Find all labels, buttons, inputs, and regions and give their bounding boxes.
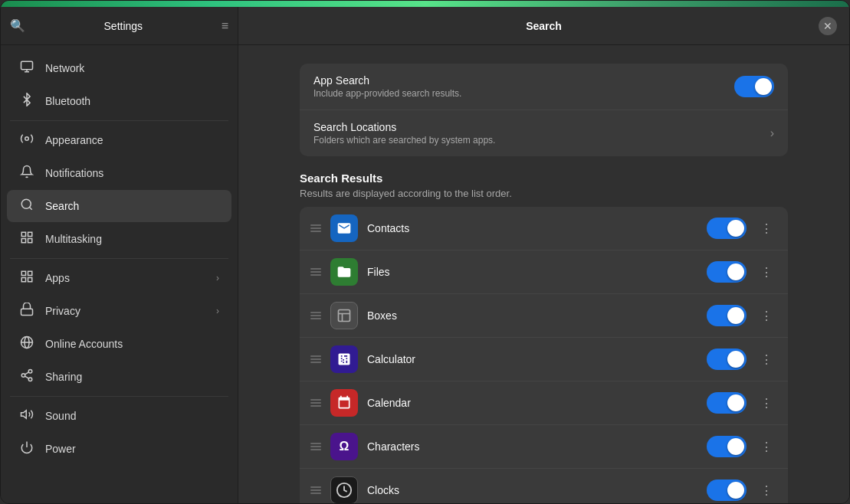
sidebar-search-icon: 🔍	[10, 18, 25, 33]
sidebar-item-label-privacy: Privacy	[45, 305, 205, 317]
online-accounts-icon	[19, 335, 34, 352]
sidebar-item-multitasking[interactable]: Multitasking	[7, 223, 231, 255]
results-list: Contacts ⋮ Files ⋮	[300, 207, 788, 503]
svg-rect-5	[21, 239, 25, 243]
clocks-label: Clocks	[367, 484, 697, 496]
main-header: Search ✕	[238, 7, 849, 45]
sidebar-item-label-notifications: Notifications	[45, 167, 219, 179]
contacts-more-button[interactable]: ⋮	[756, 218, 777, 239]
drag-handle-calculator[interactable]	[310, 355, 321, 363]
sharing-icon	[19, 368, 34, 385]
svg-point-15	[21, 374, 25, 378]
sidebar-title: Settings	[34, 20, 212, 32]
hamburger-icon[interactable]: ≡	[222, 19, 228, 33]
sidebar-item-apps[interactable]: Apps ›	[7, 262, 231, 294]
sidebar-item-label-bluetooth: Bluetooth	[45, 95, 219, 107]
app-search-desc: Include app-provided search results.	[313, 88, 724, 99]
sidebar-item-label-network: Network	[45, 62, 219, 74]
main-content: 🔍 Settings ≡ Network	[1, 7, 849, 503]
apps-icon	[19, 270, 34, 286]
sidebar-divider-3	[10, 396, 228, 397]
sidebar-item-label-sharing: Sharing	[45, 371, 219, 383]
files-app-icon	[330, 258, 358, 286]
search-locations-row[interactable]: Search Locations Folders which are searc…	[300, 110, 788, 156]
clocks-toggle[interactable]	[707, 479, 747, 501]
result-row-characters: Ω Characters ⋮	[300, 425, 788, 469]
drag-handle-files[interactable]	[310, 268, 321, 276]
sound-icon	[19, 407, 34, 424]
sidebar-divider-1	[10, 120, 228, 121]
files-more-button[interactable]: ⋮	[756, 261, 777, 283]
notifications-icon	[19, 165, 34, 182]
sidebar-item-online-accounts[interactable]: Online Accounts	[7, 328, 231, 360]
svg-point-14	[28, 370, 32, 374]
close-button[interactable]: ✕	[819, 17, 837, 35]
privacy-icon	[19, 303, 34, 319]
sidebar-item-power[interactable]: Power	[7, 433, 231, 465]
calculator-label: Calculator	[367, 353, 697, 365]
sidebar-item-privacy[interactable]: Privacy ›	[7, 295, 231, 327]
calendar-more-button[interactable]: ⋮	[756, 392, 777, 414]
contacts-label: Contacts	[367, 222, 697, 234]
sidebar-items-list: Network Bluetooth	[1, 45, 238, 503]
titlebar-gradient	[1, 1, 849, 7]
sidebar-item-sound[interactable]: Sound	[7, 400, 231, 432]
sidebar-item-bluetooth[interactable]: Bluetooth	[7, 85, 231, 117]
boxes-label: Boxes	[367, 309, 697, 322]
svg-rect-19	[339, 310, 350, 322]
app-search-toggle[interactable]	[734, 76, 774, 97]
power-icon	[19, 440, 34, 457]
contacts-toggle[interactable]	[707, 218, 747, 239]
characters-more-button[interactable]: ⋮	[756, 436, 777, 457]
files-toggle[interactable]	[707, 261, 747, 283]
svg-rect-4	[28, 232, 32, 236]
network-icon	[19, 60, 34, 77]
drag-handle-contacts[interactable]	[310, 224, 321, 232]
sidebar-item-network[interactable]: Network	[7, 52, 231, 84]
sidebar-item-label-sound: Sound	[45, 410, 219, 422]
result-row-calendar: Calendar ⋮	[300, 381, 788, 425]
characters-label: Characters	[367, 440, 697, 453]
result-row-contacts: Contacts ⋮	[300, 207, 788, 250]
svg-rect-0	[21, 61, 33, 70]
svg-point-16	[28, 378, 32, 381]
calculator-toggle[interactable]	[707, 349, 747, 370]
sidebar-divider-2	[10, 258, 228, 259]
clocks-more-button[interactable]: ⋮	[756, 479, 777, 501]
apps-arrow-icon: ›	[216, 273, 219, 283]
sidebar-item-label-search: Search	[45, 200, 219, 212]
boxes-toggle[interactable]	[707, 305, 747, 326]
bluetooth-icon	[19, 93, 34, 110]
sidebar-item-label-appearance: Appearance	[45, 134, 219, 146]
result-row-boxes: Boxes ⋮	[300, 294, 788, 338]
sidebar-item-label-power: Power	[45, 443, 219, 455]
boxes-app-icon	[330, 302, 358, 329]
svg-rect-6	[28, 239, 32, 243]
boxes-more-button[interactable]: ⋮	[756, 305, 777, 326]
sidebar-item-search[interactable]: Search	[7, 190, 231, 222]
sidebar-item-appearance[interactable]: Appearance	[7, 124, 231, 156]
app-search-action	[734, 76, 774, 97]
drag-handle-boxes[interactable]	[310, 312, 321, 319]
search-locations-title: Search Locations	[313, 121, 760, 133]
calendar-toggle[interactable]	[707, 392, 747, 414]
sidebar-item-sharing[interactable]: Sharing	[7, 361, 231, 393]
files-label: Files	[367, 266, 697, 278]
drag-handle-clocks[interactable]	[310, 486, 321, 494]
result-row-files: Files ⋮	[300, 250, 788, 294]
results-section-heading: Search Results Results are displayed acc…	[300, 172, 788, 199]
app-search-row: App Search Include app-provided search r…	[300, 64, 788, 110]
sidebar: 🔍 Settings ≡ Network	[1, 7, 238, 503]
calendar-app-icon	[330, 389, 358, 417]
results-section-title: Search Results	[300, 172, 788, 185]
calculator-app-icon	[330, 345, 358, 373]
app-search-title: App Search	[313, 74, 724, 87]
drag-handle-characters[interactable]	[310, 443, 321, 450]
calculator-more-button[interactable]: ⋮	[756, 349, 777, 370]
main-panel: Search ✕ App Search Include app-provided…	[238, 7, 849, 503]
app-search-text: App Search Include app-provided search r…	[313, 74, 724, 99]
svg-rect-3	[21, 232, 25, 236]
sidebar-item-notifications[interactable]: Notifications	[7, 157, 231, 189]
drag-handle-calendar[interactable]	[310, 399, 321, 407]
characters-toggle[interactable]	[707, 436, 747, 457]
